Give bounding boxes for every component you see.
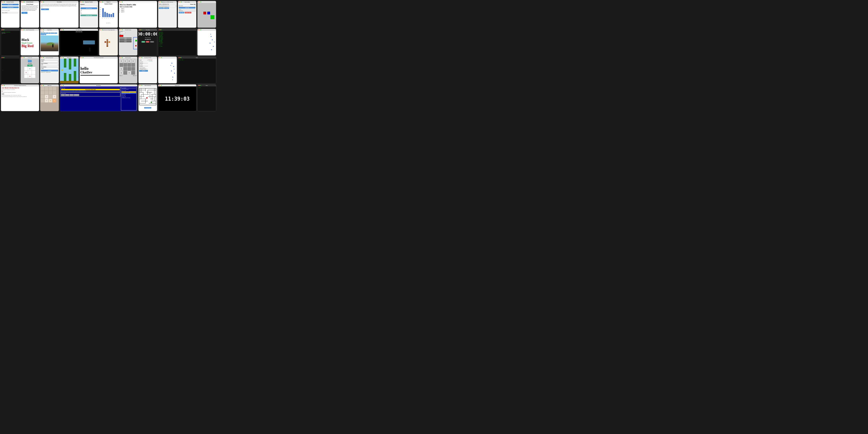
img-menu-edit[interactable]: Edit [42, 31, 44, 32]
mem-card-15[interactable] [131, 71, 135, 74]
ttt-cell-2[interactable] [32, 67, 35, 70]
svg-rect-77 [151, 102, 152, 103]
ttt-cell-7[interactable]: X [28, 74, 32, 78]
vp-stop[interactable]: Stop [81, 31, 82, 32]
saturation-button[interactable]: Saturation [41, 34, 44, 35]
timer-title: Timer App [146, 29, 150, 30]
rotate-button[interactable]: Rotate [46, 33, 48, 34]
to-currency-input[interactable] [41, 67, 58, 69]
mem-card-3[interactable]: H [131, 59, 135, 63]
video-player-window: VLC Video Player Open Play Stop [60, 29, 98, 56]
cell-7[interactable] [53, 91, 56, 94]
flappy-content[interactable]: B I G [60, 59, 79, 83]
hue-button[interactable]: Hue [44, 34, 46, 35]
visualize-data-button[interactable]: Visualize Data [81, 14, 97, 16]
ttt-cell-0[interactable] [24, 67, 28, 70]
cell-15[interactable]: 8 [53, 99, 56, 102]
ttt-cell-1[interactable]: O [28, 67, 32, 70]
cell-14[interactable]: 4 [49, 99, 52, 102]
music-stop-button[interactable]: STOP [70, 94, 73, 96]
pl-8[interactable]: I Will Always Love You.mp3 [122, 97, 136, 98]
mem-card-6[interactable] [127, 63, 131, 67]
svg-point-43 [172, 63, 172, 64]
mem-card-0[interactable]: E [120, 59, 123, 63]
svg-rect-7 [104, 12, 106, 17]
cell-8[interactable] [41, 95, 44, 98]
timer-start-button[interactable]: Start [142, 41, 145, 42]
pixel-size-input[interactable] [119, 32, 125, 34]
cell-6[interactable] [49, 91, 52, 94]
cell-12[interactable] [41, 99, 44, 102]
pixel-redo-btn[interactable]: Redo [119, 41, 131, 42]
music-pause-button[interactable]: PAUSE [65, 94, 69, 96]
from-currency-input[interactable] [41, 64, 58, 66]
pixel-art-canvas[interactable] [132, 36, 137, 50]
interior-content [99, 31, 118, 56]
md-file-input[interactable] [159, 5, 176, 7]
mem-card-13[interactable] [123, 71, 127, 74]
todo-task-input[interactable] [179, 5, 196, 7]
vp-open[interactable]: Open [76, 31, 78, 32]
add-expenses-button[interactable]: Add Expenses [2, 6, 19, 8]
todo-add-button[interactable]: Add Task [179, 7, 196, 8]
mem-card-10[interactable] [127, 67, 131, 71]
mem-card-11[interactable] [131, 67, 135, 71]
music-play-button[interactable]: PLAY [61, 94, 65, 96]
md-browse-button[interactable]: Browse [159, 7, 164, 9]
vp-play[interactable]: Play [78, 31, 80, 32]
mem-card-8[interactable]: H [120, 67, 123, 71]
ttt-ok-button[interactable]: OK [27, 64, 33, 66]
color-picker[interactable] [119, 35, 123, 37]
mem-card-9[interactable] [123, 67, 127, 71]
flip-button[interactable]: Flip [49, 33, 50, 34]
svg-text:0: 0 [102, 18, 103, 19]
ttt-cell-5[interactable] [32, 71, 35, 74]
mem-card-12[interactable]: D [120, 71, 123, 74]
ttt-cell-3[interactable]: X [24, 71, 28, 74]
cell-10[interactable] [49, 95, 52, 98]
contrast-button[interactable]: Contrast [54, 33, 57, 34]
convert-button[interactable]: Convert [41, 70, 58, 71]
cell-11[interactable]: 2 [53, 95, 56, 98]
svg-point-50 [172, 80, 173, 80]
cell-5[interactable] [45, 91, 48, 94]
ttt-cell-8[interactable] [32, 74, 35, 78]
mem-card-14[interactable]: D [127, 71, 131, 74]
img-menu-file[interactable]: File [41, 31, 42, 32]
cell-13[interactable]: 2 [45, 99, 48, 102]
timer-stop-button[interactable]: Stop [146, 41, 149, 42]
pixel-clear-btn[interactable]: Clear [119, 37, 131, 39]
cell-3[interactable] [53, 87, 56, 91]
expense-input[interactable] [81, 5, 97, 7]
mem-card-7[interactable] [131, 63, 135, 67]
amount-input[interactable] [41, 60, 58, 62]
todo-delete-button[interactable]: Delete Task [185, 12, 191, 13]
generate-maze-button[interactable]: Generate Maze [144, 107, 151, 108]
add-income-button[interactable]: Add Income [2, 4, 19, 5]
cell-0[interactable] [41, 87, 44, 91]
add-expense-button[interactable]: Add Expense [81, 7, 97, 9]
vocab-search-button[interactable]: Search [139, 70, 148, 72]
mem-card-4[interactable] [120, 63, 123, 67]
todo-edit-button[interactable]: Edit Task [179, 12, 184, 13]
flappy-titlebar: Flappy Bird [60, 57, 79, 59]
crop-button[interactable]: Crop [41, 33, 43, 34]
mem-card-2[interactable]: B [127, 59, 131, 63]
game2048-content[interactable]: 2 2 2 4 8 [40, 86, 59, 111]
resize-button[interactable]: Resize [43, 33, 45, 34]
mem-card-1[interactable]: E [123, 59, 127, 63]
transformer-window: Transformer Model Introduction mer Model… [1, 84, 39, 111]
mem-card-5[interactable] [123, 63, 127, 67]
vocab-search-input[interactable] [139, 59, 148, 61]
ttt-cell-4[interactable] [28, 71, 32, 74]
brightness-button[interactable]: Brightness [51, 33, 54, 34]
pixel-undo-btn[interactable]: Undo [119, 39, 131, 41]
cell-4[interactable] [41, 91, 44, 94]
music-unpause-button[interactable]: UNPAUSE [74, 94, 79, 96]
cell-2[interactable] [49, 87, 52, 91]
md-convert-button[interactable]: Convert [164, 7, 169, 9]
ttt-cell-6[interactable] [24, 74, 28, 78]
cell-9[interactable]: 2 [45, 95, 48, 98]
cell-1[interactable] [45, 87, 48, 91]
timer-reset-button[interactable]: Reset [150, 41, 154, 42]
